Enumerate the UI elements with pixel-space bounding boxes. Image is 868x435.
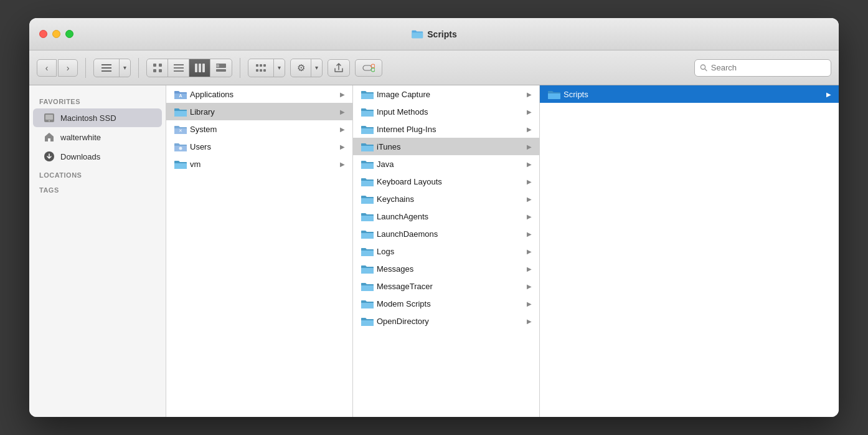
list-view-dropdown[interactable]: ▾	[119, 59, 130, 77]
chevron-icon: ▶	[527, 265, 532, 272]
close-button[interactable]	[39, 30, 47, 38]
view-buttons	[146, 59, 232, 77]
item-name: LaunchAgents	[377, 212, 523, 221]
svg-rect-20	[260, 69, 262, 72]
svg-rect-8	[174, 67, 184, 69]
folder-icon-wrap	[361, 211, 373, 221]
folder-icon-wrap	[361, 246, 373, 256]
folder-icon	[361, 194, 374, 205]
item-name: Applications	[190, 90, 336, 99]
arrange-button[interactable]	[248, 59, 273, 77]
tag-icon	[362, 63, 375, 73]
file-item[interactable]: OpenDirectory ▶	[353, 312, 539, 330]
chevron-icon: ▶	[527, 300, 532, 307]
svg-rect-22	[363, 65, 372, 70]
file-item[interactable]: LaunchDaemons ▶	[353, 225, 539, 242]
file-item[interactable]: MessageTracer ▶	[353, 277, 539, 295]
item-name: OpenDirectory	[377, 317, 523, 326]
chevron-icon: ▶	[527, 213, 532, 220]
list-view-button[interactable]	[94, 59, 119, 77]
folder-icon-wrap	[361, 159, 373, 169]
arrange-dropdown[interactable]: ▾	[273, 59, 285, 77]
column-view-button[interactable]	[189, 59, 210, 77]
chevron-icon: ▶	[527, 91, 532, 98]
action-dropdown[interactable]: ▾	[311, 59, 322, 77]
folder-icon-wrap	[361, 141, 373, 151]
chevron-icon: ▶	[527, 126, 532, 133]
file-item[interactable]: Users ▶	[166, 138, 352, 155]
arrange-group: ▾	[248, 59, 285, 77]
file-item[interactable]: Keyboard Layouts ▶	[353, 173, 539, 190]
icon-view-button[interactable]	[147, 59, 168, 77]
chevron-icon: ▶	[527, 108, 532, 115]
svg-line-26	[705, 69, 707, 71]
home-icon	[43, 131, 55, 143]
item-name: Library	[190, 107, 336, 117]
file-item[interactable]: Scripts ▶	[540, 85, 839, 103]
file-item[interactable]: LaunchAgents ▶	[353, 208, 539, 225]
chevron-icon: ▶	[340, 161, 345, 168]
titlebar: Scripts	[29, 18, 839, 50]
chevron-icon: ▶	[340, 126, 345, 133]
item-name: Keychains	[377, 194, 523, 204]
folder-icon-wrap	[174, 141, 186, 151]
svg-rect-5	[153, 69, 156, 72]
file-item[interactable]: vm ▶	[166, 155, 352, 173]
macintosh-ssd-label: Macintosh SSD	[60, 113, 116, 123]
file-item[interactable]: Internet Plug-Ins ▶	[353, 120, 539, 138]
file-item[interactable]: Java ▶	[353, 155, 539, 173]
list-view-btn2[interactable]	[168, 59, 189, 77]
traffic-lights	[39, 30, 73, 38]
downloads-label: Downloads	[60, 152, 100, 161]
folder-icon	[174, 159, 187, 170]
folder-icon	[174, 141, 187, 153]
minimize-button[interactable]	[52, 30, 60, 38]
column-2: Image Capture ▶ Input Methods ▶ Internet…	[353, 85, 540, 417]
sidebar-item-downloads[interactable]: Downloads	[33, 147, 162, 166]
share-button[interactable]	[328, 59, 350, 77]
folder-icon	[361, 316, 374, 327]
file-item[interactable]: iTunes ▶	[353, 138, 539, 155]
folder-icon	[361, 229, 374, 240]
separator-3	[240, 58, 240, 78]
item-name: iTunes	[377, 142, 523, 151]
svg-rect-7	[174, 64, 184, 65]
file-item[interactable]: Image Capture ▶	[353, 85, 539, 103]
folder-icon-wrap: ✕	[174, 124, 186, 134]
separator-1	[85, 58, 86, 78]
sidebar-item-walterwhite[interactable]: walterwhite	[33, 128, 162, 146]
file-item[interactable]: Library ▶	[166, 103, 352, 120]
sidebar-item-macintosh-ssd[interactable]: Macintosh SSD	[33, 108, 162, 127]
action-button[interactable]: ⚙	[291, 59, 311, 77]
file-item[interactable]: A Applications ▶	[166, 85, 352, 103]
title-folder-icon	[411, 29, 423, 39]
item-name: Keyboard Layouts	[377, 177, 523, 186]
folder-icon	[361, 264, 374, 275]
folder-icon: ✕	[174, 124, 187, 135]
list-view-icon	[101, 64, 111, 72]
svg-text:✕: ✕	[179, 128, 182, 133]
nav-buttons: ‹ ›	[37, 59, 78, 77]
maximize-button[interactable]	[65, 30, 73, 38]
svg-rect-11	[199, 64, 201, 72]
file-item[interactable]: Messages ▶	[353, 260, 539, 277]
cover-flow-button[interactable]	[210, 59, 232, 77]
tag-button[interactable]	[355, 59, 382, 77]
forward-button[interactable]: ›	[58, 59, 78, 77]
file-item[interactable]: ✕ System ▶	[166, 120, 352, 138]
folder-icon	[361, 176, 374, 188]
svg-rect-21	[263, 69, 266, 72]
folder-icon-wrap	[361, 107, 373, 117]
drive-icon	[43, 112, 55, 124]
search-input[interactable]	[711, 63, 826, 72]
file-item[interactable]: Logs ▶	[353, 242, 539, 260]
svg-point-25	[701, 65, 705, 69]
search-box[interactable]	[694, 59, 831, 77]
folder-icon	[361, 159, 374, 170]
column-view-icon	[194, 64, 205, 72]
file-item[interactable]: Keychains ▶	[353, 190, 539, 208]
back-button[interactable]: ‹	[37, 59, 57, 77]
file-item[interactable]: Modem Scripts ▶	[353, 295, 539, 312]
action-group: ⚙ ▾	[290, 59, 323, 77]
file-item[interactable]: Input Methods ▶	[353, 103, 539, 120]
